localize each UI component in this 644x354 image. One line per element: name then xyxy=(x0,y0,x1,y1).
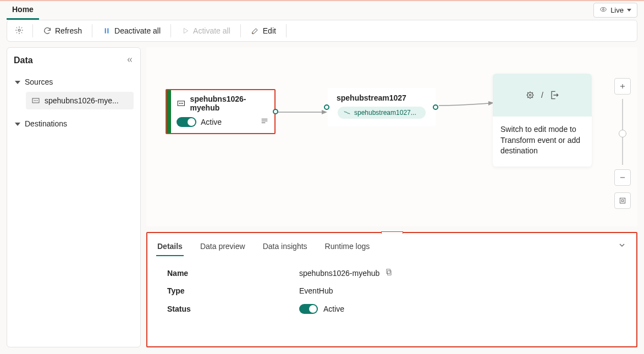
refresh-button[interactable]: Refresh xyxy=(38,24,86,37)
collapse-details-button[interactable] xyxy=(618,241,626,251)
fit-screen-icon xyxy=(619,197,626,204)
play-icon xyxy=(181,26,190,35)
sources-label: Sources xyxy=(25,78,53,86)
svg-marker-11 xyxy=(322,110,327,114)
svg-point-20 xyxy=(527,92,533,98)
refresh-label: Refresh xyxy=(55,26,82,35)
svg-point-16 xyxy=(182,103,183,104)
tab-details[interactable]: Details xyxy=(156,239,184,256)
svg-point-7 xyxy=(34,100,35,101)
pipeline-canvas[interactable]: spehubns1026-myehub Active spehubstream1… xyxy=(146,47,637,226)
separator xyxy=(92,24,92,37)
zoom-in-button[interactable] xyxy=(614,78,631,95)
deactivate-all-button[interactable]: Deactivate all xyxy=(98,24,165,37)
node-stream[interactable]: spehubstream1027 spehubstream1027... xyxy=(328,88,436,126)
status-label: Status xyxy=(167,305,299,313)
zoom-slider-handle[interactable] xyxy=(619,130,626,137)
settings-button[interactable] xyxy=(12,24,27,38)
eventhub-icon xyxy=(31,96,40,105)
live-mode-selector[interactable]: Live xyxy=(593,3,637,18)
destination-placeholder-header: / xyxy=(493,74,592,117)
stream-pill[interactable]: spehubstream1027... xyxy=(338,107,426,119)
live-mode-label: Live xyxy=(610,6,624,14)
svg-rect-4 xyxy=(107,28,108,33)
edit-icon xyxy=(251,26,260,35)
data-side-panel: Data Sources spehubns1026-mye... Destina… xyxy=(7,47,141,347)
edit-button[interactable]: Edit xyxy=(246,24,280,37)
type-label: Type xyxy=(167,286,299,295)
source-status-label: Active xyxy=(201,118,222,126)
node-stream-title: spehubstream1027 xyxy=(334,93,429,102)
node-output-port[interactable] xyxy=(273,109,278,114)
svg-rect-3 xyxy=(105,28,106,33)
node-input-port[interactable] xyxy=(324,104,329,110)
copy-name-button[interactable] xyxy=(385,268,393,278)
sources-group[interactable]: Sources xyxy=(14,74,134,90)
tab-home[interactable]: Home xyxy=(7,2,39,20)
resize-handle[interactable] xyxy=(381,231,403,234)
svg-point-1 xyxy=(603,9,604,10)
side-panel-title: Data xyxy=(14,56,33,65)
source-item-label: spehubns1026-mye... xyxy=(45,96,119,105)
slash-label: / xyxy=(541,91,543,99)
gear-icon xyxy=(15,26,24,35)
zoom-fit-button[interactable] xyxy=(614,192,631,209)
stream-icon xyxy=(343,109,351,117)
svg-point-15 xyxy=(180,103,181,104)
collapse-panel-button[interactable] xyxy=(126,56,134,65)
pause-icon xyxy=(102,26,111,35)
source-active-toggle[interactable] xyxy=(177,117,196,127)
node-destination[interactable]: / Switch to edit mode to Transform event… xyxy=(493,74,592,167)
menu-lines-icon xyxy=(260,117,269,125)
plus-icon xyxy=(619,82,626,90)
type-value: EventHub xyxy=(299,286,333,295)
activate-all-button: Activate all xyxy=(177,24,235,37)
refresh-icon xyxy=(43,26,52,35)
separator xyxy=(240,24,241,37)
transform-gear-icon xyxy=(525,90,536,101)
minus-icon xyxy=(619,174,626,181)
svg-point-21 xyxy=(529,94,531,96)
svg-rect-27 xyxy=(388,271,391,275)
separator xyxy=(32,24,33,37)
svg-rect-28 xyxy=(387,269,390,274)
caret-down-icon xyxy=(15,123,20,126)
deactivate-all-label: Deactivate all xyxy=(114,26,161,35)
status-toggle[interactable] xyxy=(299,304,318,314)
separator xyxy=(286,24,287,37)
svg-point-0 xyxy=(601,8,607,12)
tab-bar: Home Live xyxy=(0,1,644,20)
activate-all-label: Activate all xyxy=(193,26,230,35)
eventhub-icon xyxy=(177,98,186,108)
details-tabs: Details Data preview Data insights Runti… xyxy=(156,239,628,256)
edge-stream-to-dest xyxy=(439,100,494,111)
chevron-down-icon xyxy=(627,9,631,12)
name-value: spehubns1026-myehub xyxy=(299,269,379,278)
node-menu-button[interactable] xyxy=(260,117,269,127)
destination-exit-icon xyxy=(549,90,560,101)
zoom-out-button[interactable] xyxy=(614,169,631,186)
tab-runtime-logs[interactable]: Runtime logs xyxy=(324,239,371,256)
svg-point-8 xyxy=(35,100,36,101)
toolbar: Refresh Deactivate all Activate all Edit xyxy=(7,20,637,42)
svg-point-5 xyxy=(252,32,254,34)
details-panel: Details Data preview Data insights Runti… xyxy=(146,232,637,347)
edit-label: Edit xyxy=(263,26,276,35)
svg-point-9 xyxy=(37,100,38,101)
chevron-down-icon xyxy=(618,241,626,250)
tab-data-preview[interactable]: Data preview xyxy=(199,239,246,256)
eye-icon xyxy=(599,5,607,15)
name-label: Name xyxy=(167,269,299,278)
destinations-group[interactable]: Destinations xyxy=(14,116,134,131)
node-source-title: spehubns1026-myehub xyxy=(190,95,269,112)
zoom-controls xyxy=(614,78,631,213)
copy-icon xyxy=(385,268,393,276)
tab-data-insights[interactable]: Data insights xyxy=(262,239,309,256)
zoom-slider-track[interactable] xyxy=(622,99,623,165)
source-item[interactable]: spehubns1026-mye... xyxy=(26,92,134,109)
svg-point-2 xyxy=(18,29,20,31)
stream-pill-label: spehubstream1027... xyxy=(354,109,416,117)
destination-placeholder-message: Switch to edit mode to Transform event o… xyxy=(493,117,592,167)
node-output-port[interactable] xyxy=(433,104,438,110)
node-source[interactable]: spehubns1026-myehub Active xyxy=(166,89,276,134)
